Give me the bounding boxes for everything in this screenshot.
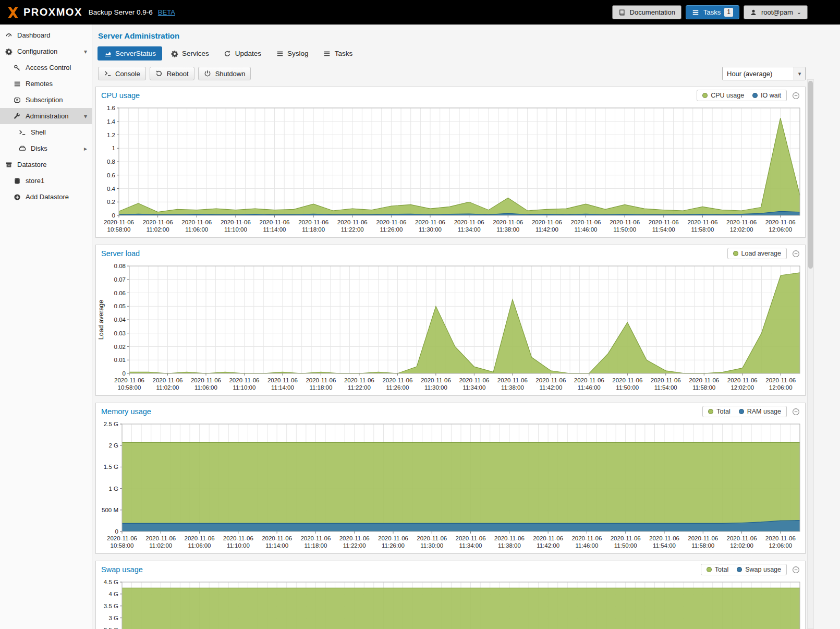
tab-serverstatus[interactable]: ServerStatus xyxy=(98,46,162,61)
svg-text:0.05: 0.05 xyxy=(114,303,126,309)
svg-text:11:58:00: 11:58:00 xyxy=(692,384,715,391)
collapse-panel-icon[interactable] xyxy=(792,408,800,416)
svg-text:0.01: 0.01 xyxy=(114,357,126,363)
panel-server-load: Server load Load average 00.010.020.030.… xyxy=(95,245,806,396)
sidebar-item-subscription[interactable]: Subscription xyxy=(0,92,92,108)
sidebar-item-shell[interactable]: Shell xyxy=(0,124,92,140)
svg-text:1.5 G: 1.5 G xyxy=(104,464,118,470)
collapse-panel-icon[interactable] xyxy=(792,566,800,574)
shutdown-button[interactable]: Shutdown xyxy=(198,67,251,80)
svg-text:12:06:00: 12:06:00 xyxy=(769,384,793,391)
svg-text:11:14:00: 11:14:00 xyxy=(265,542,288,549)
tab-syslog[interactable]: Syslog xyxy=(270,46,315,61)
reboot-button[interactable]: Reboot xyxy=(150,67,194,80)
svg-text:500 M: 500 M xyxy=(102,507,118,513)
terminal-icon xyxy=(18,128,26,136)
caret-down-icon[interactable]: ▾ xyxy=(794,67,805,80)
svg-text:11:02:00: 11:02:00 xyxy=(147,226,169,233)
ticket-icon xyxy=(13,96,21,104)
collapse-panel-icon[interactable] xyxy=(792,92,800,100)
svg-text:2020-11-06: 2020-11-06 xyxy=(649,535,679,541)
tab-services[interactable]: Services xyxy=(164,46,215,61)
page-title: Server Administration xyxy=(98,31,840,40)
sidebar-item-add-datastore[interactable]: Add Datastore xyxy=(0,189,92,205)
svg-text:2020-11-06: 2020-11-06 xyxy=(229,377,259,383)
svg-text:0.8: 0.8 xyxy=(107,159,115,165)
svg-text:2020-11-06: 2020-11-06 xyxy=(727,377,758,383)
vertical-scrollbar[interactable] xyxy=(807,79,814,629)
beta-link[interactable]: BETA xyxy=(158,8,175,16)
sidebar-item-disks[interactable]: Disks ▸ xyxy=(0,140,92,156)
svg-text:3 G: 3 G xyxy=(108,615,118,621)
panel-cpu-usage: CPU usage CPU usage IO wait 00.20.40.60.… xyxy=(95,87,806,238)
sidebar-item-label: store1 xyxy=(26,177,44,185)
svg-text:2020-11-06: 2020-11-06 xyxy=(726,219,757,225)
svg-text:11:34:00: 11:34:00 xyxy=(459,542,482,549)
reboot-icon xyxy=(155,70,163,78)
cpu-legend: CPU usage IO wait xyxy=(697,90,787,101)
proxmox-x-icon xyxy=(6,6,20,19)
sidebar-item-datastore[interactable]: Datastore xyxy=(0,156,92,173)
svg-text:2020-11-06: 2020-11-06 xyxy=(260,219,290,225)
sidebar-item-label: Configuration xyxy=(17,47,57,55)
caret-down-icon[interactable]: ▾ xyxy=(84,113,87,120)
svg-text:11:22:00: 11:22:00 xyxy=(348,384,371,391)
svg-text:11:26:00: 11:26:00 xyxy=(382,542,405,549)
svg-text:11:02:00: 11:02:00 xyxy=(156,384,179,391)
svg-text:0.03: 0.03 xyxy=(114,330,126,336)
svg-text:2020-11-06: 2020-11-06 xyxy=(300,535,331,541)
legend-item: Swap usage xyxy=(737,566,781,573)
svg-text:11:10:00: 11:10:00 xyxy=(233,384,255,391)
svg-text:11:42:00: 11:42:00 xyxy=(537,542,559,549)
legend-item: RAM usage xyxy=(739,408,781,415)
power-icon xyxy=(204,70,212,78)
svg-text:2020-11-06: 2020-11-06 xyxy=(415,219,445,225)
terminal-icon xyxy=(104,70,112,78)
sidebar-item-remotes[interactable]: Remotes xyxy=(0,76,92,92)
sidebar-item-label: Dashboard xyxy=(17,31,51,39)
svg-text:11:46:00: 11:46:00 xyxy=(575,542,598,549)
sidebar-item-configuration[interactable]: Configuration ▾ xyxy=(0,43,92,59)
box-icon xyxy=(5,161,13,168)
caret-down-icon[interactable]: ▾ xyxy=(84,48,87,55)
svg-text:11:18:00: 11:18:00 xyxy=(304,542,327,549)
legend-dot xyxy=(739,409,744,414)
tab-label: Syslog xyxy=(287,50,309,57)
svg-text:2020-11-06: 2020-11-06 xyxy=(651,377,681,383)
svg-text:2020-11-06: 2020-11-06 xyxy=(221,219,251,225)
svg-text:11:14:00: 11:14:00 xyxy=(263,226,286,233)
svg-text:2020-11-06: 2020-11-06 xyxy=(114,377,144,383)
console-button[interactable]: Console xyxy=(98,67,146,80)
legend-label: Total xyxy=(715,566,728,573)
tab-tasks[interactable]: Tasks xyxy=(317,46,359,61)
database-icon xyxy=(13,177,21,185)
sidebar-nav: Dashboard Configuration ▾ Access Control… xyxy=(0,25,92,629)
svg-text:11:10:00: 11:10:00 xyxy=(227,542,250,549)
user-menu-button[interactable]: root@pam ⌄ xyxy=(744,5,808,19)
svg-text:11:38:00: 11:38:00 xyxy=(496,226,519,233)
documentation-button[interactable]: Documentation xyxy=(612,5,681,19)
sidebar-item-dashboard[interactable]: Dashboard xyxy=(0,27,92,43)
tasks-button[interactable]: Tasks 1 xyxy=(686,5,739,19)
tab-bar: ServerStatus Services Updates Syslog Tas… xyxy=(98,46,840,61)
svg-text:2 G: 2 G xyxy=(108,442,118,449)
sidebar-item-access-control[interactable]: Access Control xyxy=(0,59,92,76)
memory-usage-chart: 0500 M1 G1.5 G2 G2.5 G2020-11-0610:58:00… xyxy=(96,420,805,553)
svg-text:2020-11-06: 2020-11-06 xyxy=(493,219,523,225)
svg-text:11:34:00: 11:34:00 xyxy=(462,384,485,391)
tasks-label: Tasks xyxy=(703,8,721,16)
wrench-icon xyxy=(13,112,21,120)
svg-text:2020-11-06: 2020-11-06 xyxy=(376,219,406,225)
shutdown-label: Shutdown xyxy=(215,70,246,78)
tab-label: Tasks xyxy=(335,50,353,57)
time-range-selector[interactable]: Hour (average) ▾ xyxy=(722,67,806,80)
scrollbar-thumb[interactable] xyxy=(808,81,813,269)
sidebar-item-administration[interactable]: Administration ▾ xyxy=(0,108,92,124)
caret-right-icon[interactable]: ▸ xyxy=(84,145,87,152)
svg-text:1.4: 1.4 xyxy=(107,118,116,125)
sidebar-item-store1[interactable]: store1 xyxy=(0,173,92,189)
list-icon xyxy=(276,50,284,57)
tab-updates[interactable]: Updates xyxy=(217,46,267,61)
collapse-panel-icon[interactable] xyxy=(792,250,800,258)
svg-text:0.02: 0.02 xyxy=(114,344,126,350)
